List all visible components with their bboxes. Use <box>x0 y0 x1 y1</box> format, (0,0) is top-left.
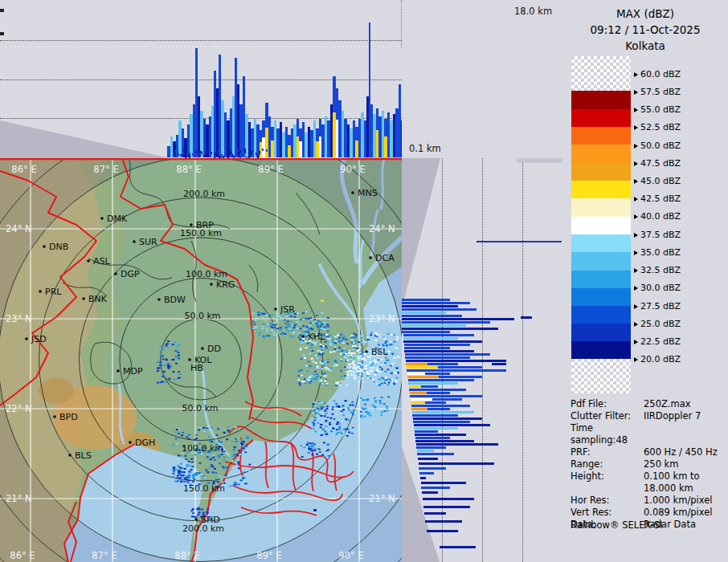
echo-row <box>406 360 506 362</box>
echo-pixel <box>396 336 399 338</box>
echo-pixel <box>379 403 382 405</box>
echo-pixel <box>325 425 328 426</box>
echo-row <box>411 398 462 401</box>
latitude-label: 23° N <box>369 313 395 324</box>
echo-pixel <box>374 374 376 376</box>
echo-pixel <box>308 329 310 331</box>
echo-pixel <box>285 323 288 324</box>
scale-label: 22.5 dBZ <box>634 337 681 346</box>
right-height-profile-panel[interactable] <box>402 158 562 562</box>
echo-pixel <box>391 373 393 374</box>
echo-pixel <box>312 360 314 362</box>
echo-pixel <box>372 367 374 369</box>
echo-pixel <box>321 363 324 364</box>
echo-row <box>413 417 482 420</box>
echo-pixel <box>327 359 329 360</box>
echo-pixel <box>320 345 322 347</box>
echo-pixel <box>188 438 190 440</box>
echo-pixel <box>231 460 234 462</box>
echo-pixel <box>212 454 215 456</box>
echo-pixel <box>160 353 162 355</box>
echo-pixel <box>329 424 331 426</box>
echo-row <box>404 347 450 349</box>
echo-row <box>402 321 490 324</box>
echo-pixel <box>315 362 317 364</box>
echo-pixel <box>338 406 341 408</box>
radar-map-view[interactable]: 86° E86° E87° E87° E88° E88° E89° E89° E… <box>0 158 402 562</box>
longitude-label: 90° E <box>338 550 363 561</box>
echo-pixel <box>306 444 309 446</box>
echo-pixel <box>315 355 317 356</box>
echo-pixel <box>334 346 337 348</box>
echo-pixel <box>301 342 303 344</box>
city-dot <box>114 272 117 275</box>
echo-row <box>413 421 470 423</box>
echo-column <box>401 120 402 157</box>
echo-pixel <box>227 430 230 431</box>
echo-pixel <box>300 328 302 329</box>
echo-row <box>402 318 514 320</box>
echo-pixel <box>391 381 394 383</box>
echo-pixel <box>373 405 375 407</box>
echo-pixel <box>225 467 227 469</box>
city-label: PRL <box>45 287 62 297</box>
echo-pixel <box>160 381 162 383</box>
echo-pixel <box>162 358 165 360</box>
echo-pixel <box>247 486 249 487</box>
echo-pixel <box>273 322 276 324</box>
echo-pixel <box>304 357 306 359</box>
echo-pixel <box>188 461 190 462</box>
meta-label: Range: <box>571 458 644 470</box>
scale-label: 52.5 dBZ <box>634 123 681 132</box>
echo-pixel <box>379 400 382 401</box>
echo-pixel <box>351 340 354 341</box>
echo-pixel <box>304 446 306 448</box>
echo-pixel <box>321 324 323 325</box>
echo-pixel <box>315 407 317 409</box>
echo-pixel <box>194 439 196 441</box>
echo-pixel <box>396 368 399 369</box>
echo-pixel <box>378 413 381 415</box>
echo-pixel <box>292 336 294 338</box>
echo-pixel <box>329 338 331 340</box>
echo-pixel <box>395 381 397 382</box>
echo-pixel <box>369 364 371 365</box>
echo-pixel <box>288 326 291 328</box>
echo-pixel <box>391 334 393 336</box>
echo-pixel <box>306 326 309 328</box>
echo-pixel <box>209 430 211 431</box>
echo-pixel <box>354 375 356 377</box>
echo-speck <box>266 149 268 152</box>
city-dot <box>351 191 354 194</box>
scale-arrow-icon <box>634 250 638 255</box>
city-dot <box>301 335 305 338</box>
echo-pixel <box>378 385 381 386</box>
echo-pixel <box>343 352 346 354</box>
echo-pixel <box>291 330 293 332</box>
echo-speck <box>257 154 259 157</box>
echo-pixel <box>367 377 370 378</box>
echo-pixel <box>270 326 272 328</box>
coverage-wedge <box>402 158 440 309</box>
top-height-profile-panel[interactable] <box>0 0 402 158</box>
echo-pixel <box>184 468 186 470</box>
echo-pixel <box>360 417 362 418</box>
scale-arrow-icon <box>634 161 638 166</box>
echo-speck <box>182 154 184 157</box>
scale-arrow-icon <box>634 286 638 291</box>
echo-pixel <box>298 370 301 372</box>
echo-row <box>411 401 446 404</box>
echo-pixel <box>344 375 346 377</box>
echo-pixel <box>265 320 268 322</box>
echo-pixel <box>336 415 338 417</box>
longitude-label: 87° E <box>92 550 117 561</box>
echo-pixel <box>174 341 177 343</box>
echo-row <box>419 467 446 470</box>
echo-pixel <box>312 413 314 414</box>
scale-arrow-icon <box>634 125 638 130</box>
echo-pixel <box>313 426 315 427</box>
echo-pixel <box>378 334 381 336</box>
echo-pixel <box>318 353 321 355</box>
echo-pixel <box>179 477 182 479</box>
echo-pixel <box>300 319 302 320</box>
